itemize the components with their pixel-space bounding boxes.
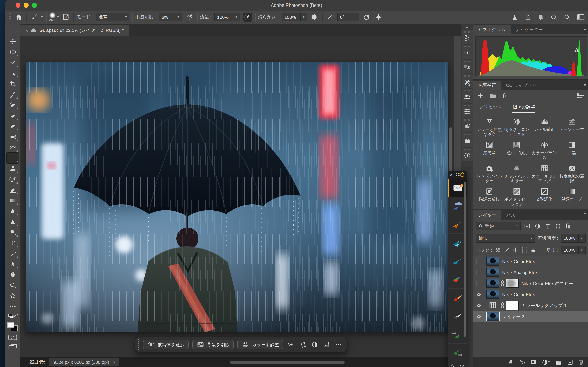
panel-icon-info[interactable] (462, 148, 473, 161)
layer-row[interactable]: カラールックアップ 1 (473, 300, 588, 311)
object-selection-tool[interactable] (7, 68, 19, 78)
layer-visibility-eye-icon[interactable] (473, 289, 484, 300)
adjustment-posterize[interactable]: ポスタリゼーション (503, 188, 531, 207)
fill-field[interactable]: 100%▾ (561, 246, 586, 254)
adjustment-gradientmap[interactable]: 階調マップ (558, 188, 586, 207)
content-aware-move-tool[interactable] (7, 142, 19, 152)
opacity-field[interactable]: 6%▾ (159, 13, 182, 21)
toggle-brush-panel-icon[interactable] (62, 12, 71, 21)
remove-tool[interactable] (7, 100, 19, 110)
sharpen-tool[interactable] (7, 216, 19, 227)
default-colors-widget[interactable] (7, 313, 19, 319)
tab-layers[interactable]: レイヤー (473, 210, 502, 220)
adjustment-layers-filter-icon[interactable] (535, 223, 541, 229)
adjustment-exposure[interactable]: 露光量 (476, 141, 503, 160)
panel-icon-color-mixer[interactable] (462, 118, 473, 132)
add-image-icon[interactable] (323, 341, 331, 348)
layer-visibility-eye-icon[interactable] (473, 311, 484, 322)
adjustment-photofilter[interactable]: レンズフィルター (476, 164, 503, 184)
adjustment-brightness[interactable]: 明るさ・コントラスト (503, 118, 531, 137)
adjustment-hue[interactable]: 色相・彩度 (503, 141, 531, 160)
beta-flask-icon[interactable] (511, 14, 518, 21)
layer-name[interactable]: Nik 7 Color Efex (502, 259, 535, 264)
layer-row[interactable]: Nik 7 Color Efex (473, 256, 588, 267)
generative-sparkle-icon[interactable] (287, 341, 295, 348)
layer-visibility-empty[interactable] (473, 267, 484, 278)
layer-name[interactable]: Nik 7 Color Efex のコピー (521, 280, 573, 286)
eraser-tool[interactable] (7, 184, 19, 195)
layout-icon[interactable] (456, 173, 460, 176)
canvas-vertical-scrollbar[interactable] (449, 127, 452, 176)
delete-trash-icon[interactable] (502, 92, 508, 99)
path-select-tool[interactable] (7, 259, 19, 269)
hand-tool[interactable] (7, 269, 19, 280)
layer-row[interactable]: Nik 7 Analog Efex (473, 267, 588, 278)
selection-brush-tool[interactable] (7, 57, 19, 68)
layer-mask-link-icon[interactable] (501, 302, 504, 309)
tab-paths[interactable]: パス (502, 210, 520, 220)
brush-tool[interactable] (7, 152, 19, 163)
lock-artboard-icon[interactable] (521, 247, 527, 253)
search-icon[interactable] (550, 14, 557, 21)
brush-tool-caret[interactable]: ▾ (41, 15, 43, 19)
panel-icon-adjustments-sliders[interactable] (462, 104, 473, 117)
foreground-background-swatches[interactable] (7, 320, 19, 332)
collapse-dock-icon[interactable]: « (466, 25, 468, 29)
panel-icon-tool-presets[interactable] (462, 74, 473, 88)
titlebar[interactable]: Adobe Photoshop (Beta) (5, 0, 588, 11)
pressure-size-icon[interactable] (362, 12, 371, 21)
brush-preset-picker[interactable]: 2400 ▾ (49, 12, 59, 22)
layer-visibility-empty[interactable] (473, 256, 484, 267)
nik-panel-header[interactable]: × ─ (448, 171, 467, 179)
panel-menu-icon[interactable]: ≡ (584, 26, 586, 31)
discover-lightbulb-icon[interactable] (563, 13, 571, 21)
layer-name[interactable]: Nik 7 Color Efex (502, 292, 535, 297)
more-options-icon[interactable] (334, 341, 343, 348)
airbrush-icon[interactable] (243, 12, 252, 21)
pen-tool[interactable] (7, 248, 19, 259)
layer-thumbnail[interactable] (487, 279, 499, 287)
new-adjustment-icon[interactable]: ▾ (542, 359, 550, 365)
add-adjustment-icon[interactable] (477, 92, 484, 99)
pixel-layers-filter-icon[interactable] (524, 223, 530, 229)
marquee-tool[interactable] (7, 47, 19, 57)
history-brush-tool[interactable] (7, 174, 19, 184)
adjustment-lut[interactable]: カラールックアップ (531, 164, 558, 184)
tab-histogram[interactable]: ヒストグラム (473, 25, 511, 34)
brush-tool-icon[interactable] (29, 12, 38, 21)
canvas-pasteboard[interactable] (20, 36, 454, 357)
delete-layer-icon[interactable] (579, 359, 584, 365)
adjustment-curves[interactable]: トーンカーブ (558, 118, 586, 137)
share-icon[interactable] (524, 14, 531, 21)
close-window-button[interactable] (16, 3, 20, 8)
document-canvas-image[interactable] (26, 62, 448, 332)
panel-icon-plugins[interactable] (462, 133, 473, 147)
spot-healing-tool[interactable] (7, 110, 19, 121)
layer-thumbnail[interactable] (487, 312, 499, 320)
list-view-icon[interactable] (577, 92, 584, 99)
shape-layers-filter-icon[interactable] (555, 223, 561, 229)
adjustment-selective[interactable]: 特定色域の選択 (558, 164, 586, 184)
dodge-tool[interactable] (7, 227, 19, 237)
quick-mask-button[interactable] (5, 334, 20, 341)
edit-toolbar-tool[interactable] (7, 301, 19, 312)
lock-pixels-icon[interactable] (503, 247, 509, 253)
layer-thumbnail[interactable] (487, 268, 499, 276)
eyedropper-tool[interactable] (7, 89, 19, 100)
adjustment-mixer[interactable]: チャンネルミキサー (503, 164, 531, 184)
adjustment-bw[interactable]: 白黒 (558, 141, 586, 160)
smoothing-field[interactable]: 100%▾ (282, 13, 307, 21)
link-layers-icon[interactable] (508, 359, 514, 365)
subtab-single-adjustments[interactable]: 個々の調整 (513, 104, 535, 113)
layer-mask-thumbnail[interactable] (506, 279, 518, 287)
zoom-tool[interactable] (7, 280, 19, 290)
canvas-horizontal-scrollbar[interactable] (230, 361, 345, 364)
close-tab-icon[interactable]: × (25, 28, 28, 33)
layer-name[interactable]: カラールックアップ 1 (521, 302, 567, 309)
layer-name[interactable]: Nik 7 Analog Efex (502, 270, 538, 275)
type-layers-filter-icon[interactable] (545, 223, 551, 229)
layer-visibility-eye-icon[interactable] (473, 300, 484, 311)
layer-filter-kind-select[interactable]: 種類▾ (476, 222, 521, 230)
flow-field[interactable]: 100%▾ (214, 13, 240, 21)
screen-mode-button[interactable] (5, 343, 20, 350)
